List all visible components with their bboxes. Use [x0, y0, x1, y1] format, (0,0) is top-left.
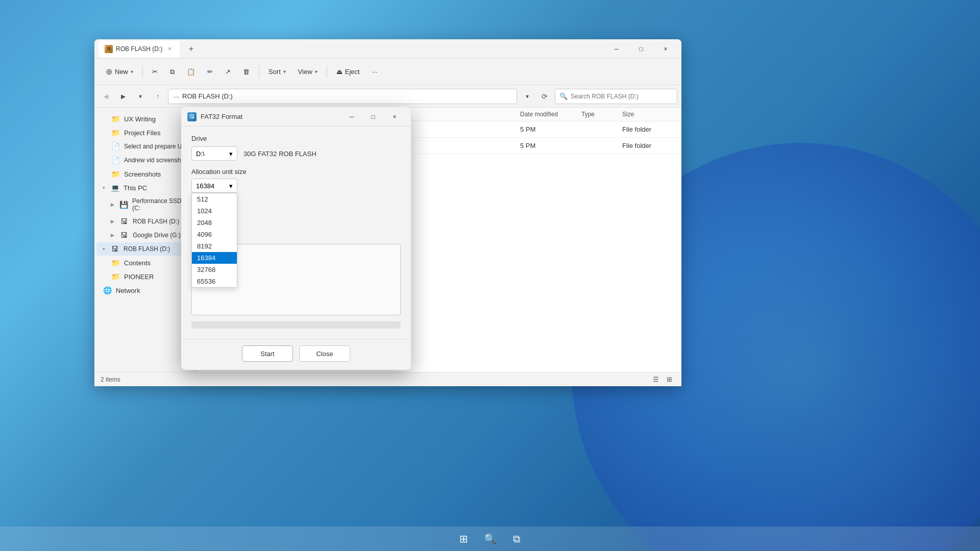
drive-select[interactable]: D:\ ▾ [191, 146, 237, 161]
dialog-titlebar: 🖫 FAT32 Format ─ □ × [181, 107, 411, 127]
view-chevron-icon: ▾ [315, 69, 317, 74]
alloc-option-16384[interactable]: 16384 [192, 252, 237, 264]
copy-button[interactable]: ⧉ [165, 65, 180, 79]
dialog-body: Drive D:\ ▾ 30G FAT32 ROB FLASH Allocati… [181, 127, 411, 337]
recent-button[interactable]: ▾ [133, 89, 148, 104]
sidebar-item-ssd[interactable]: ▶ 💾 Performance SSD (C: [96, 195, 194, 214]
drive-section-label: Drive [191, 135, 401, 142]
sidebar-item-ux-writing[interactable]: 📁 UX Writing [96, 112, 194, 126]
sidebar-label: UX Writing [124, 115, 156, 123]
sidebar-item-project-files[interactable]: 📁 Project Files [96, 126, 194, 139]
folder-icon: 📁 [111, 272, 120, 281]
list-view-button[interactable]: ☰ [650, 374, 662, 385]
eject-button[interactable]: ⏏ Eject [331, 65, 365, 79]
sidebar-item-google-drive[interactable]: ▶ 🖫 Google Drive (G:) [96, 229, 194, 242]
view-buttons: ☰ ⊞ [650, 374, 675, 385]
sidebar-label: Google Drive (G:) [133, 232, 181, 239]
sidebar-item-screenshots[interactable]: 📁 Screenshots [96, 167, 194, 181]
alloc-option-65536[interactable]: 65536 [192, 276, 237, 287]
path-separator: — [174, 93, 179, 99]
search-taskbar-button[interactable]: 🔍 [479, 529, 501, 549]
delete-button[interactable]: 🗑 [238, 65, 255, 79]
sidebar-item-this-pc[interactable]: ▾ 💻 This PC [96, 181, 194, 194]
dialog-minimize-button[interactable]: ─ [341, 109, 362, 124]
sidebar-item-andrew[interactable]: 📄 Andrew vid screensho [96, 154, 194, 167]
explorer-tab[interactable]: 🖫 ROB FLASH (D:) × [99, 41, 180, 57]
dialog-maximize-button[interactable]: □ [363, 109, 383, 124]
progress-bar [191, 321, 401, 329]
dialog-title: FAT32 Format [201, 113, 337, 120]
sidebar-item-network[interactable]: 🌐 Network [96, 284, 194, 297]
maximize-button[interactable]: □ [629, 41, 653, 57]
more-button[interactable]: ··· [367, 65, 383, 79]
start-button[interactable]: ⊞ [452, 529, 475, 549]
tab-close-btn[interactable]: × [165, 45, 174, 53]
sidebar-item-contents[interactable]: 📁 Contents [96, 256, 194, 269]
alloc-option-2048[interactable]: 2048 [192, 217, 237, 229]
drive-description: 30G FAT32 ROB FLASH [243, 150, 316, 158]
drive-icon: 🖫 [105, 45, 113, 53]
folder-icon: 📁 [111, 129, 120, 137]
alloc-select[interactable]: 16384 ▾ [191, 179, 237, 193]
fat32-format-dialog: 🖫 FAT32 Format ─ □ × Drive D:\ ▾ 30G FAT… [181, 107, 411, 370]
taskbar: ⊞ 🔍 ⧉ [0, 527, 980, 551]
alloc-chevron-icon: ▾ [229, 182, 233, 190]
toolbar: ⊕ New ▾ ✂ ⧉ 📋 ✏ ↗ 🗑 Sort ▾ View ▾ [94, 59, 681, 85]
sidebar-label: Performance SSD (C: [132, 197, 188, 212]
alloc-option-4096[interactable]: 4096 [192, 229, 237, 240]
sidebar-label: ROB FLASH (D:) [124, 245, 170, 253]
sidebar-label: Contents [124, 259, 151, 267]
refresh-button[interactable]: ⟳ [537, 89, 552, 104]
dialog-footer: Start Close [181, 339, 411, 370]
sidebar-item-rob-flash-expanded[interactable]: ▾ 🖫 ROB FLASH (D:) [96, 242, 194, 256]
rename-button[interactable]: ✏ [202, 65, 218, 79]
sidebar-item-select[interactable]: 📄 Select and prepare US [96, 140, 194, 153]
network-icon: 🌐 [103, 286, 112, 294]
drive-select-chevron: ▾ [229, 150, 233, 158]
minimize-button[interactable]: ─ [605, 41, 628, 57]
sidebar-item-rob-flash-d[interactable]: ▶ 🖫 ROB FLASH (D:) [96, 215, 194, 228]
folder-icon: 📁 [111, 259, 120, 267]
sort-chevron-icon: ▾ [283, 69, 286, 74]
search-box[interactable]: 🔍 [555, 89, 677, 104]
new-icon: ⊕ [106, 67, 112, 77]
dialog-controls: ─ □ × [341, 109, 405, 124]
sidebar-label: Project Files [124, 129, 161, 137]
up-button[interactable]: ↑ [151, 89, 165, 104]
grid-view-button[interactable]: ⊞ [663, 374, 675, 385]
sidebar-item-pioneer[interactable]: 📁 PIONEER [96, 270, 194, 283]
alloc-option-1024[interactable]: 1024 [192, 205, 237, 217]
tab-title: ROB FLASH (D:) [116, 45, 162, 53]
close-dialog-button[interactable]: Close [299, 345, 350, 362]
paste-button[interactable]: 📋 [182, 65, 200, 79]
file-icon: 📄 [111, 156, 120, 164]
sidebar-label: ROB FLASH (D:) [133, 218, 179, 225]
start-button[interactable]: Start [242, 345, 293, 362]
item-count: 2 items [101, 376, 120, 383]
path-text: ROB FLASH (D:) [182, 92, 233, 100]
dialog-close-button[interactable]: × [384, 109, 405, 124]
forward-button[interactable]: ▶ [116, 89, 130, 104]
alloc-option-512[interactable]: 512 [192, 193, 237, 205]
search-icon: 🔍 [559, 92, 568, 100]
alloc-label: Allocation unit size [191, 168, 401, 176]
share-button[interactable]: ↗ [220, 65, 236, 79]
sidebar-label: Select and prepare US [124, 143, 186, 150]
address-path[interactable]: — ROB FLASH (D:) [168, 89, 517, 104]
view-button[interactable]: View ▾ [293, 65, 323, 79]
separator-3 [327, 66, 327, 78]
taskview-button[interactable]: ⧉ [505, 529, 528, 549]
search-input[interactable] [571, 93, 673, 100]
back-button[interactable]: ◀ [99, 89, 113, 104]
sort-button[interactable]: Sort ▾ [263, 65, 291, 79]
folder-icon: 📁 [111, 170, 120, 178]
new-tab-button[interactable]: + [184, 42, 198, 56]
cut-button[interactable]: ✂ [147, 65, 163, 79]
close-button[interactable]: × [654, 41, 677, 57]
alloc-option-32768[interactable]: 32768 [192, 264, 237, 276]
alloc-option-8192[interactable]: 8192 [192, 240, 237, 252]
drive-row: D:\ ▾ 30G FAT32 ROB FLASH [191, 146, 401, 161]
new-button[interactable]: ⊕ New ▾ [101, 64, 138, 80]
folder-icon: 📁 [111, 115, 120, 123]
path-dropdown-button[interactable]: ▾ [520, 89, 534, 104]
